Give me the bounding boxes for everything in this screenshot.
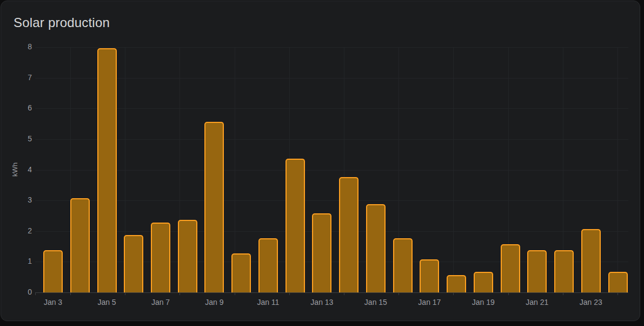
y-gridline xyxy=(35,200,628,201)
x-axis-tick xyxy=(289,292,290,295)
y-tick-label: 8 xyxy=(10,42,32,51)
bar-jan-20[interactable] xyxy=(501,244,520,292)
x-tick-label: Jan 3 xyxy=(31,298,75,307)
y-tick-label: 5 xyxy=(10,134,32,143)
x-tick-label: Jan 7 xyxy=(139,298,182,307)
bar-jan-23[interactable] xyxy=(581,229,601,292)
x-tick-label: Jan 15 xyxy=(354,298,397,307)
y-gridline xyxy=(35,108,628,109)
x-axis-line xyxy=(35,292,628,293)
x-axis-tick xyxy=(399,292,399,295)
x-axis-tick xyxy=(563,292,563,295)
bar-jan-3[interactable] xyxy=(43,250,63,292)
y-tick-label: 3 xyxy=(10,195,32,204)
x-tick-label: Jan 11 xyxy=(247,298,290,307)
bar-jan-19[interactable] xyxy=(474,272,493,292)
y-tick-label: 1 xyxy=(10,257,32,265)
y-gridline xyxy=(35,231,628,232)
y-gridline xyxy=(35,139,628,140)
x-axis-tick xyxy=(125,292,125,295)
bar-jan-6[interactable] xyxy=(124,235,143,292)
x-axis-tick xyxy=(453,292,454,295)
bar-jan-9[interactable] xyxy=(204,122,224,292)
bar-jan-15[interactable] xyxy=(366,204,386,292)
bar-jan-12[interactable] xyxy=(286,159,305,292)
x-axis-tick xyxy=(70,292,71,295)
y-tick-label: 4 xyxy=(10,165,32,174)
bar-jan-17[interactable] xyxy=(420,259,439,292)
x-tick-label: Jan 17 xyxy=(408,298,451,307)
bar-jan-18[interactable] xyxy=(447,275,466,292)
x-axis-tick xyxy=(344,292,344,295)
y-gridline xyxy=(35,78,628,79)
y-tick-label: 7 xyxy=(10,73,32,82)
x-tick-label: Jan 13 xyxy=(300,298,343,307)
solar-production-panel: Solar production kWh 012345678Jan 3Jan 5… xyxy=(1,1,640,321)
x-axis-tick xyxy=(618,292,618,295)
y-tick-label: 0 xyxy=(10,288,32,296)
y-tick-label: 2 xyxy=(10,226,32,235)
y-tick-label: 6 xyxy=(10,103,32,112)
x-gridline xyxy=(618,47,618,292)
x-tick-label: Jan 21 xyxy=(515,298,559,307)
bar-chart: 012345678Jan 3Jan 5Jan 7Jan 9Jan 11Jan 1… xyxy=(1,1,640,321)
y-gridline xyxy=(35,170,628,171)
bar-jan-21[interactable] xyxy=(527,250,547,292)
bar-jan-11[interactable] xyxy=(258,238,278,292)
bar-jan-10[interactable] xyxy=(231,253,251,292)
x-gridline xyxy=(453,47,454,292)
x-axis-tick xyxy=(180,292,180,295)
x-tick-label: Jan 23 xyxy=(569,298,613,307)
bar-jan-7[interactable] xyxy=(151,223,170,292)
y-gridline xyxy=(35,47,628,48)
x-tick-label: Jan 9 xyxy=(192,298,236,307)
bar-jan-5[interactable] xyxy=(97,48,117,292)
bar-jan-8[interactable] xyxy=(178,220,197,292)
bar-jan-14[interactable] xyxy=(339,177,358,292)
bar-jan-22[interactable] xyxy=(554,250,574,292)
x-axis-tick xyxy=(35,292,36,295)
bar-jan-4[interactable] xyxy=(70,198,90,292)
bar-jan-24[interactable] xyxy=(608,272,628,292)
x-axis-tick xyxy=(508,292,509,295)
bar-jan-13[interactable] xyxy=(312,213,331,292)
x-tick-label: Jan 19 xyxy=(462,298,505,307)
x-axis-tick xyxy=(235,292,235,295)
bar-jan-16[interactable] xyxy=(393,238,413,292)
x-tick-label: Jan 5 xyxy=(85,298,129,307)
